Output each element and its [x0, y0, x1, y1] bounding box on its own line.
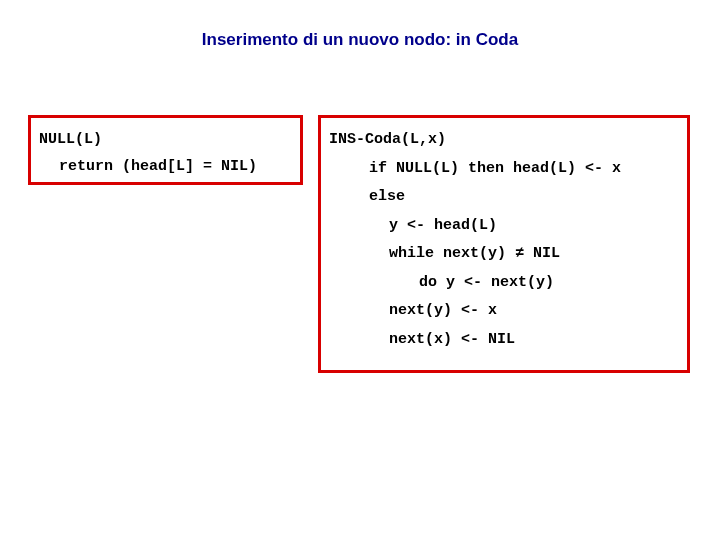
code-line: else	[329, 183, 679, 212]
slide-title: Inserimento di un nuovo nodo: in Coda	[0, 30, 720, 50]
code-line: if NULL(L) then head(L) <- x	[329, 155, 679, 184]
code-line: y <- head(L)	[329, 212, 679, 241]
code-box-null: NULL(L) return (head[L] = NIL)	[28, 115, 303, 185]
code-line: do y <- next(y)	[329, 269, 679, 298]
code-line: NULL(L)	[39, 126, 292, 153]
code-line: return (head[L] = NIL)	[39, 153, 292, 180]
code-line: INS-Coda(L,x)	[329, 126, 679, 155]
code-box-ins-coda: INS-Coda(L,x) if NULL(L) then head(L) <-…	[318, 115, 690, 373]
code-line: while next(y) ≠ NIL	[329, 240, 679, 269]
code-line: next(y) <- x	[329, 297, 679, 326]
code-line: next(x) <- NIL	[329, 326, 679, 355]
